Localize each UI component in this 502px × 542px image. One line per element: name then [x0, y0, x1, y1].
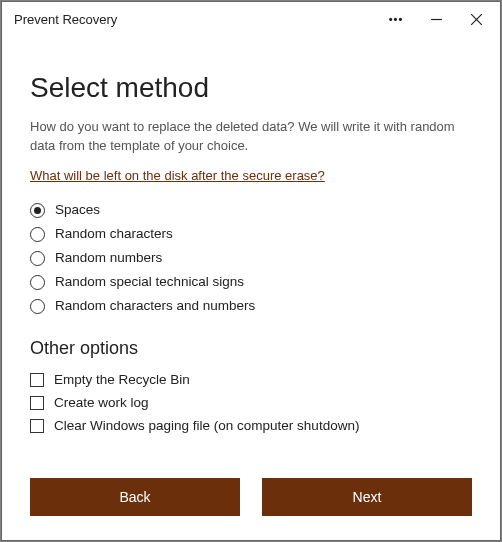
method-spaces[interactable]: Spaces: [30, 203, 472, 218]
method-radio-group: Spaces Random characters Random numbers …: [30, 203, 472, 314]
checkbox-label: Create work log: [54, 396, 149, 410]
radio-label: Random numbers: [55, 251, 162, 265]
checkbox-icon: [30, 396, 44, 410]
titlebar: Prevent Recovery •••: [2, 2, 500, 36]
footer-buttons: Back Next: [2, 478, 500, 540]
next-button[interactable]: Next: [262, 478, 472, 516]
checkbox-icon: [30, 373, 44, 387]
radio-icon: [30, 275, 45, 290]
radio-label: Random special technical signs: [55, 275, 244, 289]
radio-icon: [30, 203, 45, 218]
page-title: Select method: [30, 72, 472, 104]
method-random-chars-numbers[interactable]: Random characters and numbers: [30, 299, 472, 314]
other-options-heading: Other options: [30, 338, 472, 359]
radio-icon: [30, 227, 45, 242]
radio-label: Random characters and numbers: [55, 299, 255, 313]
minimize-button[interactable]: [416, 4, 456, 34]
back-button[interactable]: Back: [30, 478, 240, 516]
option-empty-recycle-bin[interactable]: Empty the Recycle Bin: [30, 373, 472, 387]
app-window: Prevent Recovery ••• Select method How d…: [1, 1, 501, 541]
checkbox-label: Clear Windows paging file (on computer s…: [54, 419, 359, 433]
method-random-characters[interactable]: Random characters: [30, 227, 472, 242]
radio-label: Spaces: [55, 203, 100, 217]
content-area: Select method How do you want to replace…: [2, 36, 500, 478]
radio-label: Random characters: [55, 227, 173, 241]
option-create-work-log[interactable]: Create work log: [30, 396, 472, 410]
radio-icon: [30, 299, 45, 314]
info-link[interactable]: What will be left on the disk after the …: [30, 168, 472, 183]
window-title: Prevent Recovery: [14, 12, 376, 27]
description-text: How do you want to replace the deleted d…: [30, 118, 472, 156]
radio-icon: [30, 251, 45, 266]
other-options-group: Empty the Recycle Bin Create work log Cl…: [30, 373, 472, 433]
more-icon[interactable]: •••: [376, 4, 416, 34]
checkbox-icon: [30, 419, 44, 433]
close-button[interactable]: [456, 4, 496, 34]
option-clear-paging-file[interactable]: Clear Windows paging file (on computer s…: [30, 419, 472, 433]
method-random-special[interactable]: Random special technical signs: [30, 275, 472, 290]
method-random-numbers[interactable]: Random numbers: [30, 251, 472, 266]
checkbox-label: Empty the Recycle Bin: [54, 373, 190, 387]
